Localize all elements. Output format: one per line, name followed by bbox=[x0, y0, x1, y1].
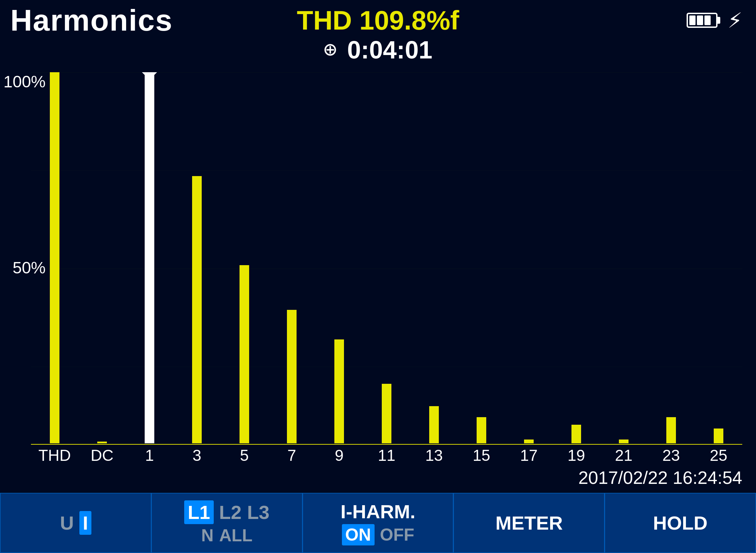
bar-group-THD bbox=[31, 72, 78, 443]
bar-7 bbox=[287, 310, 297, 443]
x-label-3: 3 bbox=[173, 446, 221, 465]
x-label-21: 21 bbox=[600, 446, 647, 465]
battery-seg-1 bbox=[689, 15, 696, 25]
n-label: N bbox=[201, 525, 214, 545]
x-label-1: 1 bbox=[126, 446, 173, 465]
clock-icon: ⊕ bbox=[324, 36, 337, 63]
time-row: ⊕ 0:04:01 bbox=[0, 38, 756, 65]
bar-group-3 bbox=[173, 72, 221, 443]
screen: Harmonics THD 109.8%f ⚡ ⊕ 0:04:01 100% bbox=[0, 0, 756, 553]
battery-icon bbox=[687, 13, 718, 28]
x-label-DC: DC bbox=[78, 446, 126, 465]
bar-marker bbox=[142, 72, 157, 80]
bar-group-21 bbox=[600, 72, 647, 443]
i-label: I bbox=[79, 511, 92, 535]
bar-group-11 bbox=[363, 72, 410, 443]
x-labels: THDDC135791113151719212325 bbox=[31, 446, 742, 465]
phase-btn-row2: N ALL bbox=[201, 525, 253, 545]
ui-btn-row: U I bbox=[60, 511, 91, 535]
l3-label: L3 bbox=[247, 501, 269, 523]
iharm-btn-row1: I-HARM. bbox=[341, 500, 415, 523]
battery-seg-2 bbox=[697, 15, 703, 25]
hold-btn-row: HOLD bbox=[653, 512, 708, 534]
date-stamp: 2017/02/22 16:24:54 bbox=[0, 465, 756, 493]
toolbar: U I L1 L2 L3 N ALL I-HARM. ON OFF bbox=[0, 493, 756, 553]
bar-19 bbox=[571, 425, 581, 443]
axis-line bbox=[31, 444, 742, 445]
u-label: U bbox=[60, 512, 74, 534]
x-label-13: 13 bbox=[410, 446, 458, 465]
phase-button[interactable]: L1 L2 L3 N ALL bbox=[151, 493, 302, 553]
bar-5 bbox=[240, 265, 249, 443]
header: Harmonics THD 109.8%f ⚡ bbox=[0, 0, 756, 38]
x-label-5: 5 bbox=[221, 446, 268, 465]
iharm-label: I-HARM. bbox=[341, 500, 415, 523]
bar-THD bbox=[50, 72, 59, 443]
x-label-23: 23 bbox=[647, 446, 695, 465]
x-label-7: 7 bbox=[268, 446, 315, 465]
hold-button[interactable]: HOLD bbox=[604, 493, 756, 553]
bar-9 bbox=[334, 339, 344, 443]
meter-label: METER bbox=[496, 512, 563, 534]
x-label-15: 15 bbox=[458, 446, 505, 465]
x-label-25: 25 bbox=[695, 446, 742, 465]
bars-container bbox=[31, 72, 742, 444]
thd-display: THD 109.8%f bbox=[297, 5, 459, 36]
bar-group-5 bbox=[221, 72, 268, 443]
bar-13 bbox=[429, 406, 439, 443]
bar-25 bbox=[714, 429, 723, 443]
iharm-button[interactable]: I-HARM. ON OFF bbox=[302, 493, 454, 553]
bar-group-15 bbox=[458, 72, 505, 443]
bar-group-7 bbox=[268, 72, 315, 443]
bar-group-9 bbox=[315, 72, 363, 443]
chart-area: 100% 50% THDDC135791113151719212325 bbox=[0, 65, 756, 465]
x-label-11: 11 bbox=[363, 446, 410, 465]
bar-3 bbox=[192, 176, 202, 443]
on-label: ON bbox=[342, 524, 375, 545]
iharm-btn-row2: ON OFF bbox=[342, 524, 414, 545]
off-label: OFF bbox=[380, 525, 414, 545]
x-label-THD: THD bbox=[31, 446, 78, 465]
bar-group-17 bbox=[505, 72, 553, 443]
meter-button[interactable]: METER bbox=[453, 493, 604, 553]
bar-group-13 bbox=[410, 72, 458, 443]
bar-group-DC bbox=[78, 72, 126, 443]
x-label-19: 19 bbox=[553, 446, 600, 465]
bar-group-19 bbox=[553, 72, 600, 443]
meter-btn-row: METER bbox=[496, 512, 563, 534]
page-title: Harmonics bbox=[10, 3, 173, 38]
bar-21 bbox=[619, 440, 629, 443]
l1-label: L1 bbox=[184, 500, 213, 524]
l2-label: L2 bbox=[219, 501, 242, 523]
battery bbox=[687, 13, 718, 28]
thd-label: THD bbox=[297, 5, 352, 35]
bar-DC bbox=[97, 442, 107, 443]
hold-label: HOLD bbox=[653, 512, 708, 534]
bar-group-23 bbox=[647, 72, 695, 443]
bar-15 bbox=[477, 417, 486, 443]
battery-seg-3 bbox=[704, 15, 711, 25]
thd-value: 109.8%f bbox=[359, 5, 459, 35]
header-right: ⚡ bbox=[687, 6, 742, 35]
bar-17 bbox=[524, 440, 534, 443]
bar-group-1 bbox=[126, 72, 173, 443]
bar-1 bbox=[145, 72, 154, 443]
all-label: ALL bbox=[219, 525, 253, 545]
x-label-17: 17 bbox=[505, 446, 553, 465]
bar-group-25 bbox=[695, 72, 742, 443]
time-display: 0:04:01 bbox=[347, 36, 432, 64]
phase-btn-row1: L1 L2 L3 bbox=[184, 500, 269, 524]
plug-icon: ⚡ bbox=[728, 6, 742, 35]
x-label-9: 9 bbox=[315, 446, 363, 465]
ui-button[interactable]: U I bbox=[0, 493, 151, 553]
bar-11 bbox=[382, 384, 391, 443]
bar-23 bbox=[666, 417, 676, 443]
chart-inner: 100% 50% THDDC135791113151719212325 bbox=[31, 72, 742, 465]
